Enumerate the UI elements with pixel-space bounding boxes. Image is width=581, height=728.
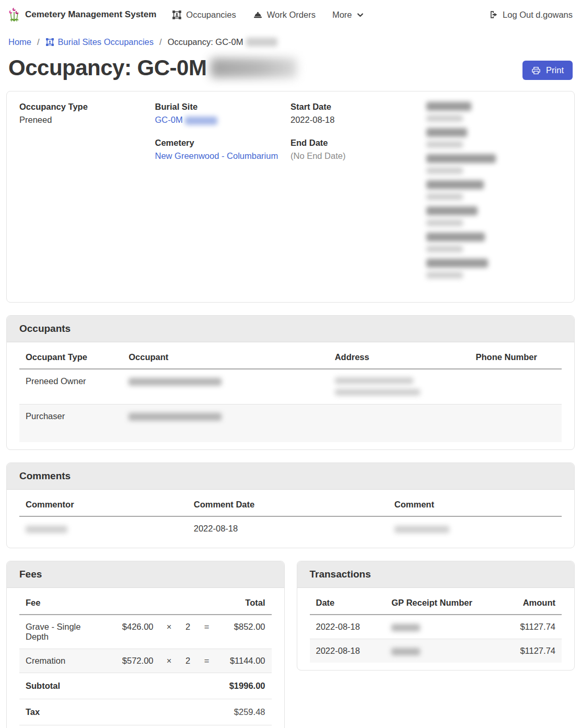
commentor-cell bbox=[19, 516, 188, 540]
field-value: Preneed bbox=[19, 115, 155, 125]
nav-item-work-orders[interactable]: Work Orders bbox=[253, 10, 316, 20]
subtotal-row: Subtotal $1996.00 bbox=[19, 673, 272, 699]
column-header: Fee bbox=[19, 590, 216, 615]
redacted-field bbox=[426, 102, 562, 122]
column-header: Amount bbox=[501, 590, 562, 615]
table-row: 2022-08-18 $1127.74 bbox=[310, 615, 562, 639]
logout-icon bbox=[489, 10, 498, 19]
breadcrumb-occupancies-label: Burial Sites Occupancies bbox=[58, 37, 154, 47]
nav-item-more[interactable]: More bbox=[332, 10, 364, 20]
breadcrumb-home-link[interactable]: Home bbox=[8, 37, 31, 47]
occupant-type-cell: Purchaser bbox=[19, 405, 122, 443]
table-row: Preneed Owner bbox=[19, 369, 562, 405]
phone-cell bbox=[470, 405, 562, 443]
fee-times-cell: × bbox=[160, 615, 179, 649]
fee-name-cell: Grave - Single Depth bbox=[19, 615, 110, 649]
summary-label: Subtotal bbox=[19, 673, 216, 699]
fee-total-cell: $1144.00 bbox=[216, 649, 272, 673]
summary-value: $259.48 bbox=[216, 699, 272, 725]
field-value: 2022-08-18 bbox=[290, 115, 426, 125]
logout-label: Log Out d.gowans bbox=[503, 10, 573, 20]
column-header: Comment bbox=[388, 492, 562, 516]
table-header-row: Date GP Receipt Number Amount bbox=[310, 590, 562, 615]
field-cemetery: Cemetery New Greenwood - Columbarium bbox=[155, 138, 291, 161]
address-cell bbox=[329, 369, 470, 405]
fee-qty-cell: 2 bbox=[179, 649, 197, 673]
transaction-date-cell: 2022-08-18 bbox=[310, 615, 386, 639]
comments-table-wrap: Commentor Comment Date Comment 2022-08-1… bbox=[7, 490, 574, 548]
column-header: Address bbox=[329, 344, 470, 369]
redacted-text bbox=[246, 38, 277, 47]
address-cell bbox=[329, 405, 470, 443]
transactions-card: Transactions Date GP Receipt Number Amou… bbox=[297, 561, 575, 671]
print-button-label: Print bbox=[546, 65, 564, 75]
column-header: Occupant Type bbox=[19, 344, 122, 369]
details-column-1: Occupancy Type Preneed bbox=[19, 102, 155, 292]
redacted-field bbox=[426, 128, 562, 148]
chevron-down-icon bbox=[356, 11, 364, 19]
table-row: 2022-08-18 bbox=[19, 516, 562, 540]
tulip-logo-icon bbox=[8, 7, 20, 22]
app-brand[interactable]: Cemetery Management System bbox=[8, 7, 156, 22]
table-header-row: Occupant Type Occupant Address Phone Num… bbox=[19, 344, 562, 369]
redacted-text bbox=[129, 413, 222, 421]
occupant-cell bbox=[122, 405, 328, 443]
app-title: Cemetery Management System bbox=[25, 9, 156, 20]
redacted-text bbox=[129, 378, 222, 386]
fees-table: Fee Total Grave - Single Depth $426.00 ×… bbox=[19, 590, 272, 728]
burial-site-link[interactable]: GC-0M bbox=[155, 115, 218, 124]
transactions-table-wrap: Date GP Receipt Number Amount 2022-08-18… bbox=[297, 588, 575, 670]
field-label: End Date bbox=[290, 138, 426, 148]
grand-total-row: Grand Total $2255.48 bbox=[19, 725, 272, 728]
fee-total-cell: $852.00 bbox=[216, 615, 272, 649]
occupants-table: Occupant Type Occupant Address Phone Num… bbox=[19, 344, 562, 442]
page-head: Occupancy: GC-0M Print bbox=[0, 53, 581, 91]
details-column-redacted bbox=[426, 102, 562, 292]
nav-item-occupancies[interactable]: Occupancies bbox=[172, 10, 236, 20]
redacted-text bbox=[335, 389, 420, 396]
fee-price-cell: $426.00 bbox=[110, 615, 160, 649]
summary-value: $2255.48 bbox=[216, 725, 272, 728]
nav-item-label: More bbox=[332, 10, 352, 20]
gp-receipt-cell bbox=[385, 639, 501, 663]
redacted-field bbox=[426, 206, 562, 226]
fees-card: Fees Fee Total Grave - Single Depth $426… bbox=[6, 561, 285, 728]
occupants-card: Occupants Occupant Type Occupant Address… bbox=[6, 315, 575, 450]
occupants-table-wrap: Occupant Type Occupant Address Phone Num… bbox=[7, 342, 574, 449]
logout-button[interactable]: Log Out d.gowans bbox=[489, 10, 573, 20]
table-row: 2022-08-18 $1127.74 bbox=[310, 639, 562, 663]
breadcrumb-separator: / bbox=[159, 37, 162, 47]
nav-item-label: Work Orders bbox=[267, 10, 316, 20]
redacted-field bbox=[426, 259, 562, 279]
occupancy-details-card: Occupancy Type Preneed Burial Site GC-0M… bbox=[6, 91, 575, 303]
occupancies-icon bbox=[45, 38, 54, 47]
redacted-text bbox=[185, 117, 217, 125]
field-start-date: Start Date 2022-08-18 bbox=[290, 102, 426, 125]
table-header-row: Commentor Comment Date Comment bbox=[19, 492, 562, 516]
column-header: Date bbox=[310, 590, 386, 615]
fee-qty-cell: 2 bbox=[179, 615, 197, 649]
comments-section-title: Comments bbox=[7, 463, 574, 490]
breadcrumb-occupancies-link[interactable]: Burial Sites Occupancies bbox=[45, 37, 154, 47]
redacted-text bbox=[394, 526, 449, 533]
fee-equals-cell: = bbox=[197, 615, 216, 649]
amount-cell: $1127.74 bbox=[501, 639, 562, 663]
cemetery-link[interactable]: New Greenwood - Columbarium bbox=[155, 151, 278, 160]
field-label: Cemetery bbox=[155, 138, 291, 148]
fees-table-wrap: Fee Total Grave - Single Depth $426.00 ×… bbox=[7, 588, 284, 728]
breadcrumb: Home / Burial Sites Occupancies / Occupa… bbox=[0, 29, 581, 53]
column-header: GP Receipt Number bbox=[385, 590, 501, 615]
printer-icon bbox=[531, 66, 541, 75]
table-row: Grave - Single Depth $426.00 × 2 = $852.… bbox=[19, 615, 272, 649]
column-header: Comment Date bbox=[188, 492, 388, 516]
amount-cell: $1127.74 bbox=[501, 615, 562, 639]
page-title: Occupancy: GC-0M bbox=[8, 55, 297, 80]
field-burial-site: Burial Site GC-0M bbox=[155, 102, 291, 125]
redacted-text bbox=[391, 624, 420, 631]
occupant-cell bbox=[122, 369, 328, 405]
summary-value: $1996.00 bbox=[216, 673, 272, 699]
print-button[interactable]: Print bbox=[522, 61, 573, 80]
column-header: Occupant bbox=[122, 344, 328, 369]
field-value: New Greenwood - Columbarium bbox=[155, 151, 291, 161]
field-occupancy-type: Occupancy Type Preneed bbox=[19, 102, 155, 125]
